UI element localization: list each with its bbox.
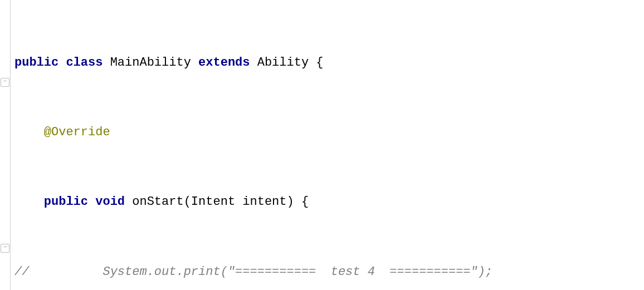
editor-gutter: − − (0, 0, 11, 290)
keyword: public void (44, 195, 132, 209)
code-line: public class MainAbility extends Ability… (10, 51, 644, 75)
code-line: @Override (10, 121, 644, 144)
code-area[interactable]: public class MainAbility extends Ability… (10, 4, 644, 290)
indent (14, 125, 44, 139)
keyword: extends (198, 56, 257, 70)
superclass: Ability { (257, 56, 324, 70)
fold-mark-icon[interactable]: − (1, 78, 9, 87)
code-line: public void onStart(Intent intent) { (10, 190, 644, 214)
comment-prefix: // (14, 265, 103, 279)
indent (14, 195, 44, 209)
class-name: MainAbility (110, 56, 198, 70)
annotation: @Override (44, 125, 110, 139)
comment-text: System.out.print("=========== test 4 ===… (103, 265, 492, 279)
code-line: // System.out.print("=========== test 4 … (10, 260, 644, 284)
fold-mark-icon[interactable]: − (1, 244, 9, 253)
method-sig: onStart(Intent intent) { (132, 195, 309, 209)
keyword: public class (14, 56, 110, 70)
